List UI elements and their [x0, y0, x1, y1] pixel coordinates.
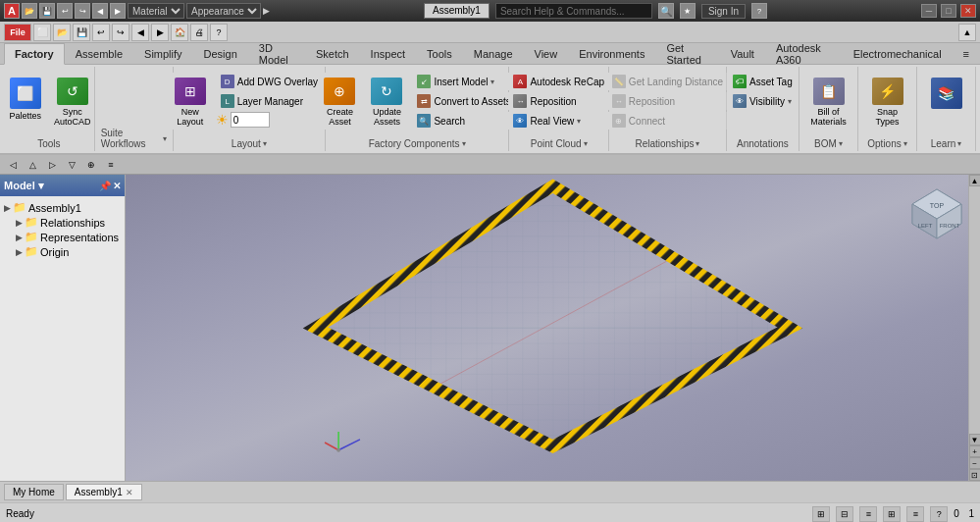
qa-undo[interactable]: ↩: [92, 24, 110, 41]
status-btn-3[interactable]: ≡: [859, 506, 877, 522]
tab-my-home[interactable]: My Home: [4, 484, 64, 500]
material-dropdown[interactable]: Material: [128, 3, 184, 19]
scroll-down-button[interactable]: ▼: [969, 434, 981, 445]
tab-sketch[interactable]: Sketch: [305, 43, 360, 65]
learn-label[interactable]: Learn ▾: [931, 136, 962, 149]
zoom-fit-button[interactable]: ⊡: [969, 469, 981, 481]
tab-factory[interactable]: Factory: [4, 43, 65, 65]
factory-components-label[interactable]: Factory Components ▾: [369, 136, 466, 149]
search-input[interactable]: [495, 3, 652, 19]
viewport[interactable]: TOP LEFT FRONT ▲ ▼ + − ⊡: [126, 175, 980, 481]
convert-assets-button[interactable]: ⇄ Convert to Assets: [412, 92, 515, 110]
tab-assemble[interactable]: Assemble: [65, 43, 133, 65]
qa-forward[interactable]: ▶: [151, 24, 169, 41]
get-landing-button[interactable]: 📏 Get Landing Distance: [607, 73, 728, 90]
panel-tool-5[interactable]: ⊕: [82, 157, 100, 173]
scroll-up-button[interactable]: ▲: [969, 175, 981, 186]
save-button[interactable]: 💾: [39, 3, 55, 19]
snap-types-button[interactable]: ⚡ Snap Types: [866, 73, 909, 130]
help-icon[interactable]: ?: [751, 3, 767, 19]
panel-tool-4[interactable]: ▽: [63, 157, 80, 173]
qa-save[interactable]: 💾: [73, 24, 90, 41]
model-pin-button[interactable]: 📌: [99, 181, 111, 191]
tab-design[interactable]: Design: [193, 43, 248, 65]
nav-cube[interactable]: TOP LEFT FRONT: [907, 184, 966, 243]
panel-tool-2[interactable]: △: [24, 157, 41, 173]
panel-tool-3[interactable]: ▷: [43, 157, 61, 173]
tab-overflow[interactable]: ≡: [953, 43, 980, 65]
qa-print[interactable]: 🖨: [190, 24, 208, 41]
asset-tag-button[interactable]: 🏷 Asset Tag: [728, 73, 798, 90]
qa-redo[interactable]: ↪: [112, 24, 129, 41]
create-asset-button[interactable]: ⊕ Create Asset: [318, 73, 361, 130]
visibility-button[interactable]: 👁 Visibility ▾: [728, 92, 798, 110]
maximize-button[interactable]: □: [941, 4, 956, 18]
assembly1-tab[interactable]: Assembly1: [424, 3, 490, 19]
tree-item-assembly1[interactable]: ▶ 📁 Assembly1: [2, 200, 123, 215]
open-button[interactable]: 📂: [22, 3, 37, 19]
tree-item-representations[interactable]: ▶ 📁 Representations: [14, 230, 123, 244]
status-btn-1[interactable]: ⊞: [812, 506, 830, 522]
tab-3dmodel[interactable]: 3D Model: [248, 43, 305, 65]
status-btn-2[interactable]: ⊟: [836, 506, 853, 522]
minimize-button[interactable]: ─: [921, 4, 937, 18]
model-close-button[interactable]: ✕: [113, 181, 121, 191]
undo-button[interactable]: ↩: [57, 3, 73, 19]
tab-assembly1-bottom[interactable]: Assembly1 ✕: [66, 484, 142, 500]
options-label[interactable]: Options ▾: [867, 136, 906, 149]
bill-of-materials-button[interactable]: 📋 Bill of Materials: [807, 73, 851, 130]
layout-group-label[interactable]: Layout ▾: [232, 136, 267, 149]
autodesk-recap-button[interactable]: A Autodesk ReCap: [508, 73, 609, 90]
insert-model-button[interactable]: ↙ Insert Model ▾: [412, 73, 515, 90]
tab-inspect[interactable]: Inspect: [360, 43, 416, 65]
tab-get-started[interactable]: Get Started: [655, 43, 719, 65]
panel-tool-6[interactable]: ≡: [102, 157, 120, 173]
reposition-button[interactable]: ↔ Reposition: [508, 92, 609, 110]
tab-assembly1-close[interactable]: ✕: [126, 488, 133, 497]
app-icon[interactable]: A: [4, 3, 20, 19]
status-btn-6[interactable]: ?: [930, 506, 948, 522]
search-icon[interactable]: 🔍: [658, 3, 674, 19]
add-dwg-button[interactable]: D Add DWG Overlay ▾: [216, 73, 330, 90]
tab-view[interactable]: View: [524, 43, 569, 65]
sign-in-button[interactable]: Sign In: [701, 4, 746, 19]
reposition2-button[interactable]: ↔ Reposition: [607, 92, 728, 110]
palettes-button[interactable]: ⬜ Palettes: [4, 73, 47, 130]
sync-autocad-button[interactable]: ↺ Sync AutoCAD: [51, 73, 94, 130]
update-assets-button[interactable]: ↻ Update Assets: [365, 73, 408, 130]
viewport-scrollbar[interactable]: ▲ ▼ + − ⊡: [968, 175, 980, 481]
ribbon-collapse-button[interactable]: ▲: [958, 24, 976, 41]
back-button[interactable]: ◀: [92, 3, 108, 19]
zoom-in-button[interactable]: +: [969, 445, 981, 457]
file-button[interactable]: File: [4, 24, 31, 41]
qa-back[interactable]: ◀: [131, 24, 149, 41]
tab-electromechanical[interactable]: Electromechanical: [843, 43, 953, 65]
panel-tool-1[interactable]: ◁: [4, 157, 22, 173]
suite-group-label[interactable]: Suite Workflows ▾: [101, 126, 167, 149]
tree-item-relationships[interactable]: ▶ 📁 Relationships: [14, 215, 123, 230]
forward-button[interactable]: ▶: [110, 3, 126, 19]
learn-button[interactable]: 📚: [925, 73, 968, 130]
bom-label[interactable]: BOM ▾: [814, 136, 843, 149]
num-input-field[interactable]: [231, 112, 270, 128]
close-button[interactable]: ✕: [960, 4, 976, 18]
new-layout-button[interactable]: ⊞ New Layout: [169, 73, 212, 130]
tab-autodesk-a360[interactable]: Autodesk A360: [765, 43, 843, 65]
layer-manager-button[interactable]: L Layer Manager: [216, 92, 330, 110]
real-view-button[interactable]: 👁 Real View ▾: [508, 112, 609, 130]
tree-item-origin[interactable]: ▶ 📁 Origin: [14, 244, 123, 259]
status-btn-4[interactable]: ⊞: [883, 506, 901, 522]
tab-simplify[interactable]: Simplify: [133, 43, 193, 65]
pointcloud-label[interactable]: Point Cloud ▾: [531, 136, 588, 149]
search-button[interactable]: 🔍 Search: [412, 112, 515, 130]
status-btn-5[interactable]: ≡: [906, 506, 924, 522]
bookmark-icon[interactable]: ★: [680, 3, 696, 19]
relationships-label[interactable]: Relationships ▾: [635, 136, 699, 149]
zoom-out-button[interactable]: −: [969, 457, 981, 469]
qa-open[interactable]: 📂: [53, 24, 71, 41]
tab-environments[interactable]: Environments: [568, 43, 655, 65]
redo-button[interactable]: ↪: [75, 3, 90, 19]
tab-vault[interactable]: Vault: [720, 43, 765, 65]
appearance-dropdown[interactable]: Appearance: [186, 3, 261, 19]
tab-tools[interactable]: Tools: [416, 43, 463, 65]
